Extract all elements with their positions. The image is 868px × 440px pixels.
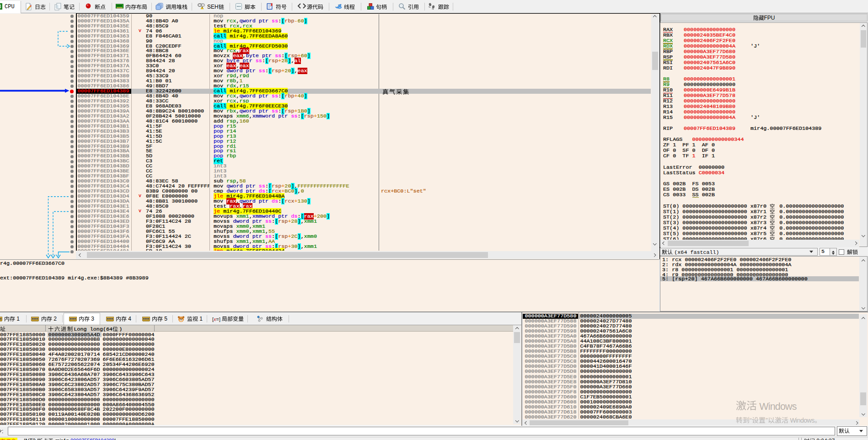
svg-text:[x=]: [x=]: [212, 317, 220, 322]
